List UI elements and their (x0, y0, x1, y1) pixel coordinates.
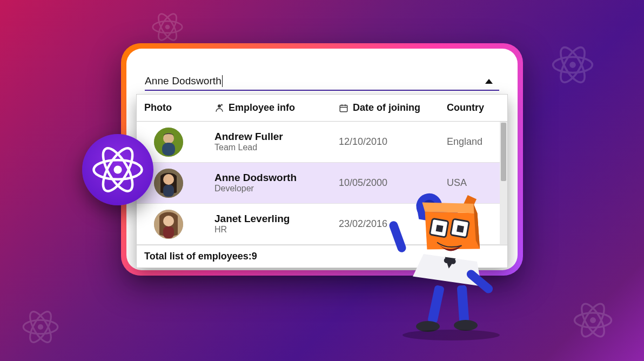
card-container: Anne Dodsworth Photo Employee info Date … (121, 43, 523, 276)
svg-point-57 (403, 330, 500, 340)
text-caret (222, 75, 223, 87)
svg-point-35 (113, 165, 122, 173)
scrollbar[interactable] (500, 122, 507, 245)
svg-rect-28 (163, 185, 174, 197)
svg-point-27 (163, 174, 174, 185)
chevron-up-icon[interactable] (485, 79, 493, 84)
react-logo-icon (573, 300, 613, 340)
card: Anne Dodsworth Photo Employee info Date … (126, 49, 518, 270)
search-text: Anne Dodsworth (145, 75, 222, 87)
svg-point-17 (221, 104, 223, 105)
dropdown-header: Photo Employee info Date of joining Coun… (137, 95, 507, 122)
svg-point-7 (569, 62, 576, 68)
avatar (154, 169, 183, 198)
react-logo-icon (151, 11, 184, 43)
react-logo-icon (551, 43, 594, 86)
employee-name: Andrew Fuller (214, 131, 339, 143)
person-icon (214, 103, 224, 113)
react-logo-icon (22, 308, 59, 346)
svg-point-55 (454, 320, 478, 331)
dropdown-rows: Andrew Fuller Team Lead 12/10/2010 Engla… (137, 122, 507, 245)
employee-search-input[interactable]: Anne Dodsworth (145, 72, 499, 91)
date-cell: 10/05/2000 (339, 177, 447, 189)
svg-rect-52 (427, 285, 445, 324)
svg-point-16 (218, 104, 221, 108)
svg-point-15 (590, 317, 596, 323)
footer-count: 9 (252, 251, 257, 262)
svg-point-30 (163, 216, 174, 226)
svg-point-54 (416, 321, 440, 332)
country-cell: England (447, 136, 498, 148)
react-logo-icon (91, 143, 144, 196)
scrollbar-thumb[interactable] (501, 123, 506, 181)
dropdown-panel: Photo Employee info Date of joining Coun… (136, 94, 508, 268)
country-cell: USA (447, 177, 498, 189)
list-item[interactable]: Andrew Fuller Team Lead 12/10/2010 Engla… (137, 122, 507, 163)
list-item[interactable]: Janet Leverling HR 23/02/2016 (137, 204, 507, 245)
column-date-of-joining: Date of joining (339, 102, 447, 113)
svg-rect-31 (163, 226, 174, 238)
avatar (154, 128, 183, 157)
employee-name: Anne Dodsworth (214, 172, 339, 184)
column-photo: Photo (144, 102, 214, 113)
react-logo-badge (82, 134, 153, 205)
avatar (154, 210, 183, 239)
employee-cell: Janet Leverling HR (214, 213, 339, 235)
footer-label: Total list of employees: (144, 251, 252, 262)
calendar-icon (339, 103, 348, 113)
employee-role: Team Lead (214, 143, 339, 152)
svg-rect-18 (340, 105, 347, 111)
dropdown-footer: Total list of employees:9 (137, 245, 507, 268)
date-cell: 23/02/2016 (339, 218, 447, 230)
svg-rect-24 (162, 143, 175, 156)
employee-name: Janet Leverling (214, 213, 339, 225)
employee-cell: Andrew Fuller Team Lead (214, 131, 339, 152)
employee-cell: Anne Dodsworth Developer (214, 172, 339, 193)
svg-point-11 (38, 324, 43, 330)
date-cell: 12/10/2010 (339, 136, 447, 148)
employee-role: Developer (214, 184, 339, 193)
employee-role: HR (214, 225, 339, 235)
column-employee-info: Employee info (214, 102, 339, 113)
column-country: Country (447, 102, 498, 113)
list-item[interactable]: Anne Dodsworth Developer 10/05/2000 USA (137, 163, 507, 204)
svg-point-3 (165, 25, 170, 30)
svg-rect-53 (457, 285, 469, 323)
